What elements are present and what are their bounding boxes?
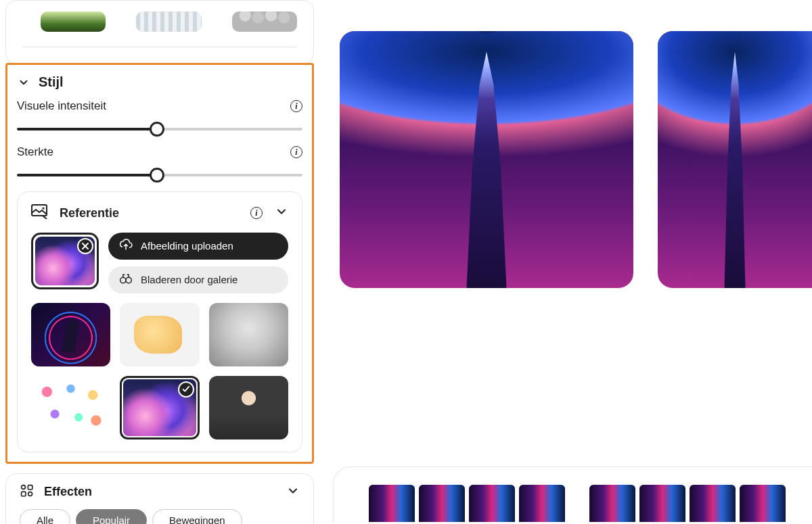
browse-gallery-label: Bladeren door galerie (141, 274, 238, 285)
svg-point-7 (28, 492, 32, 496)
info-icon[interactable]: i (290, 146, 302, 158)
aspect-thumbnail-row (22, 11, 297, 47)
reference-image-icon (31, 204, 49, 222)
info-icon[interactable]: i (250, 207, 263, 219)
effects-title: Effecten (44, 485, 92, 499)
upload-icon (119, 239, 133, 253)
reference-gallery-grid (31, 303, 288, 439)
gallery-thumb[interactable] (31, 303, 110, 366)
effect-pill-movements[interactable]: Bewegingen (152, 509, 242, 524)
upload-image-button[interactable]: Afbeelding uploaden (108, 233, 288, 260)
stijl-title: Stijl (39, 74, 64, 90)
history-strip (333, 467, 812, 522)
upload-image-label: Afbeelding uploaden (141, 240, 233, 252)
binoculars-icon (119, 272, 133, 287)
effects-card: Effecten Alle Populair Bewegingen Thema'… (5, 473, 314, 524)
divider (22, 47, 297, 47)
effect-pill-popular[interactable]: Populair (76, 509, 147, 524)
history-group[interactable] (369, 485, 565, 522)
chevron-down-icon[interactable] (275, 205, 288, 221)
effects-grid-icon (20, 483, 35, 501)
effect-pill-all[interactable]: Alle (20, 509, 70, 524)
chevron-down-icon[interactable] (286, 484, 300, 500)
top-panel-card (5, 0, 314, 64)
result-image[interactable] (658, 31, 812, 288)
chevron-down-icon (17, 76, 30, 89)
effects-filter-pills: Alle Populair Bewegingen Thema's Technie… (20, 509, 300, 524)
visual-intensity-group: Visuele intensiteit i (17, 99, 302, 130)
history-group[interactable] (589, 485, 786, 522)
aspect-thumb[interactable] (41, 11, 106, 32)
selected-reference-thumb[interactable] (31, 233, 99, 289)
slider-thumb[interactable] (150, 122, 164, 137)
svg-point-3 (126, 278, 131, 283)
results-area (319, 0, 812, 524)
svg-point-2 (120, 278, 126, 283)
reference-card: Referentie i (17, 191, 302, 452)
strength-group: Sterkte i (17, 145, 302, 176)
slider-thumb[interactable] (150, 168, 164, 183)
svg-rect-6 (22, 492, 26, 496)
aspect-thumb[interactable] (136, 11, 201, 32)
gallery-thumb-selected[interactable] (120, 376, 199, 439)
gallery-thumb[interactable] (31, 376, 110, 439)
info-icon[interactable]: i (290, 100, 302, 112)
reference-title: Referentie (60, 206, 119, 220)
result-image[interactable] (340, 31, 633, 288)
gallery-thumb[interactable] (209, 376, 288, 439)
strength-label: Sterkte (17, 145, 53, 159)
gallery-thumb[interactable] (120, 303, 199, 366)
svg-point-4 (22, 485, 26, 489)
stijl-highlight-region: Stijl Visuele intensiteit i Sterkte i (5, 63, 314, 464)
browse-gallery-button[interactable]: Bladeren door galerie (108, 266, 288, 293)
strength-slider[interactable] (17, 174, 302, 176)
visual-intensity-slider[interactable] (17, 128, 302, 130)
gallery-thumb[interactable] (209, 303, 288, 366)
check-icon (178, 381, 194, 398)
stijl-section-toggle[interactable]: Stijl (17, 74, 302, 90)
aspect-thumb[interactable] (232, 11, 297, 32)
settings-sidebar: Stijl Visuele intensiteit i Sterkte i (0, 0, 319, 524)
visual-intensity-label: Visuele intensiteit (17, 99, 106, 113)
svg-point-1 (42, 207, 44, 209)
svg-rect-5 (28, 485, 32, 489)
close-icon[interactable] (77, 238, 93, 254)
